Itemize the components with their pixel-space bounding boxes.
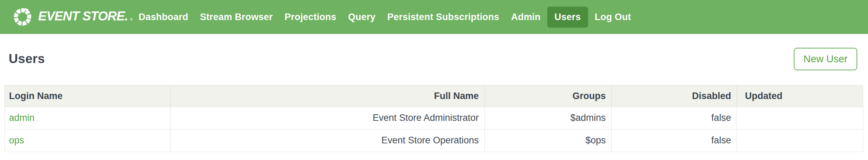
column-header-groups: Groups <box>484 85 611 107</box>
cell-full-name: Event Store Operations <box>170 129 484 152</box>
nav-item-query[interactable]: Query <box>342 7 381 28</box>
nav-item-projections[interactable]: Projections <box>279 7 342 28</box>
user-link-admin[interactable]: admin <box>9 113 35 123</box>
main-nav: Dashboard Stream Browser Projections Que… <box>133 7 637 28</box>
nav-item-admin[interactable]: Admin <box>505 7 547 28</box>
users-table: Login Name Full Name Groups Disabled Upd… <box>5 85 863 152</box>
users-table-header-row: Login Name Full Name Groups Disabled Upd… <box>5 85 863 107</box>
page-header: Users New User <box>5 48 863 70</box>
event-store-logo[interactable]: EVENT STORE. ® <box>12 6 133 28</box>
user-link-ops[interactable]: ops <box>9 135 24 145</box>
column-header-full-name: Full Name <box>170 85 484 107</box>
column-header-login-name: Login Name <box>5 85 171 107</box>
nav-item-dashboard[interactable]: Dashboard <box>133 7 194 28</box>
aperture-shutter-icon <box>12 6 33 28</box>
nav-item-log-out[interactable]: Log Out <box>589 7 637 28</box>
cell-disabled: false <box>611 129 737 152</box>
cell-groups: $admins <box>484 107 611 129</box>
cell-login-name: ops <box>5 129 171 152</box>
users-page: Users New User Login Name Full Name Grou… <box>0 48 868 152</box>
cell-updated <box>737 107 863 129</box>
nav-item-persistent-subscriptions[interactable]: Persistent Subscriptions <box>381 7 505 28</box>
column-header-disabled: Disabled <box>611 85 737 107</box>
cell-updated <box>737 129 863 152</box>
nav-item-users[interactable]: Users <box>547 7 588 28</box>
cell-groups: $ops <box>484 129 611 152</box>
table-row-admin: admin Event Store Administrator $admins … <box>5 107 863 129</box>
column-header-updated: Updated <box>737 85 863 107</box>
logo-wordmark: EVENT STORE. <box>38 9 128 24</box>
top-navigation-bar: EVENT STORE. ® Dashboard Stream Browser … <box>0 0 868 34</box>
table-row-ops: ops Event Store Operations $ops false <box>5 129 863 152</box>
new-user-button[interactable]: New User <box>794 48 857 70</box>
page-title: Users <box>9 52 45 66</box>
trademark-symbol: ® <box>130 17 133 21</box>
cell-disabled: false <box>611 107 737 129</box>
nav-item-stream-browser[interactable]: Stream Browser <box>194 7 279 28</box>
cell-full-name: Event Store Administrator <box>170 107 484 129</box>
cell-login-name: admin <box>5 107 171 129</box>
